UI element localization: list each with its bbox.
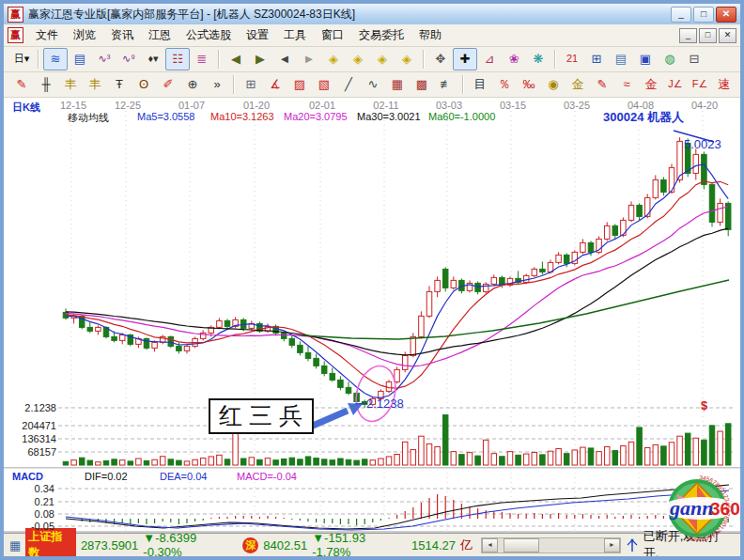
ying-tool-icon[interactable]: 赢 xyxy=(736,73,744,96)
price-count-icon[interactable]: 目 xyxy=(468,73,492,96)
menu-资讯[interactable]: 资讯 xyxy=(103,25,141,45)
calculator-icon[interactable]: ⊞ xyxy=(584,48,609,70)
permille-lines-icon[interactable]: ‰ xyxy=(517,73,541,96)
web-icon[interactable]: ◍ xyxy=(658,48,682,70)
minimize-button[interactable]: _ xyxy=(671,7,691,23)
rainbow-lines-icon[interactable]: ≣ xyxy=(190,48,214,70)
kline-chart-canvas[interactable] xyxy=(4,98,740,533)
calendar-icon[interactable]: 21 xyxy=(560,48,584,70)
cycle-circle-icon[interactable]: ⊕ xyxy=(180,73,205,96)
price-axis-2_1238: 2.1238 xyxy=(13,402,56,413)
notepad-icon[interactable]: ▤ xyxy=(609,48,633,70)
macd-tick-021: 0.21 xyxy=(15,496,54,507)
date-tick-12-25: 12-25 xyxy=(109,100,147,111)
menu-帮助[interactable]: 帮助 xyxy=(411,25,449,45)
dense-grid-icon[interactable]: ▦ xyxy=(385,73,410,96)
panel-label: 日K线 xyxy=(12,101,40,115)
prev-bar-icon[interactable]: ◄ xyxy=(272,48,297,70)
measure-pen-icon[interactable]: ✎ xyxy=(590,73,614,96)
f10-info-icon[interactable]: ▤ xyxy=(68,48,92,70)
save-icon[interactable]: ▣ xyxy=(633,48,658,70)
zigzag-icon[interactable]: ∿ xyxy=(361,73,385,96)
f-angle-icon[interactable]: F∠ xyxy=(688,73,712,96)
smart-analysis-icon[interactable]: ❋ xyxy=(526,48,550,70)
gann-shapes-icon[interactable]: ❀ xyxy=(502,48,526,70)
chart-area[interactable]: 日K线 12-1512-2501-0701-2002-0102-1103-030… xyxy=(4,98,740,533)
toolbar-separator xyxy=(233,75,235,94)
amount-unit: 亿 xyxy=(460,537,473,553)
wave-measure-icon[interactable]: ≈ xyxy=(614,73,639,96)
shrink-bars-icon[interactable]: ◈ xyxy=(370,48,395,70)
trend-line-icon[interactable]: ╱ xyxy=(336,73,361,96)
wave-9-icon[interactable]: ∿⁹ xyxy=(116,48,141,70)
macd-tick-neg005: -0.05 xyxy=(15,521,54,532)
scroll-left-button[interactable]: ◂ xyxy=(482,538,498,552)
chip-distribution-icon[interactable]: ☷ xyxy=(165,48,190,70)
calendar-status-icon[interactable]: ▦ xyxy=(9,538,21,552)
logo-gann-text: gann xyxy=(669,496,713,520)
pan-hand-icon[interactable]: ✥ xyxy=(428,48,453,70)
scroll-right-button[interactable]: ▸ xyxy=(604,538,620,552)
menu-文件[interactable]: 文件 xyxy=(28,25,66,45)
fibonacci-grid-icon[interactable]: Ŧ xyxy=(107,73,132,96)
angle-measure-icon[interactable]: ⊿ xyxy=(477,48,502,70)
wave-3-icon[interactable]: ∿³ xyxy=(92,48,116,70)
mdi-restore-button[interactable]: □ xyxy=(699,28,717,43)
close-button[interactable]: ✕ xyxy=(716,7,736,23)
gold-circle-icon[interactable]: ◉ xyxy=(541,73,566,96)
gold-angle-icon[interactable]: 金 xyxy=(639,73,663,96)
peak-price-label: 5.0023 xyxy=(684,137,721,151)
j-angle-icon[interactable]: J∠ xyxy=(663,73,688,96)
next-bar-icon[interactable]: ► xyxy=(297,48,321,70)
shaded-box-icon[interactable]: ▨ xyxy=(287,73,312,96)
zoom-out-icon[interactable]: ◈ xyxy=(321,48,346,70)
more-tools-chevron[interactable]: » xyxy=(205,73,229,96)
menu-设置[interactable]: 设置 xyxy=(239,25,276,45)
marker-pen-icon[interactable]: ✐ xyxy=(156,73,180,96)
draw-pen-icon[interactable]: ✎ xyxy=(9,73,34,96)
crosshair-icon[interactable]: ✚ xyxy=(453,48,477,70)
menu-bar: 赢 文件浏览资讯江恩公式选股设置工具窗口交易委托帮助 _ □ ✕ xyxy=(4,24,740,47)
first-page-icon[interactable]: ◀ xyxy=(224,48,248,70)
gann-grid-icon[interactable]: ╫ xyxy=(34,73,58,96)
scroll-thumb[interactable] xyxy=(504,538,539,552)
box-resize-icon[interactable]: ⊞ xyxy=(239,73,263,96)
market-view-icon[interactable]: ≋ xyxy=(43,48,68,70)
menu-公式选股[interactable]: 公式选股 xyxy=(178,25,239,45)
menu-江恩[interactable]: 江恩 xyxy=(141,25,178,45)
red-three-soldiers-annotation[interactable]: 红三兵 xyxy=(209,398,314,434)
date-tick-03-25: 03-25 xyxy=(558,100,596,111)
shaded-box2-icon[interactable]: ▧ xyxy=(312,73,336,96)
menu-工具[interactable]: 工具 xyxy=(276,25,314,45)
status-scrollbar[interactable]: ◂ ▸ xyxy=(481,537,621,553)
mdi-minimize-button[interactable]: _ xyxy=(679,28,697,43)
menu-窗口[interactable]: 窗口 xyxy=(314,25,351,45)
expand-bars-icon[interactable]: ◈ xyxy=(395,48,419,70)
title-bar[interactable]: 赢 赢家江恩专业版[赢家内部服务平台] - [机器人 SZ300024-83日K… xyxy=(4,4,740,24)
candle-type-dropdown[interactable]: ♦▾ xyxy=(141,48,165,70)
app-window: 赢 赢家江恩专业版[赢家内部服务平台] - [机器人 SZ300024-83日K… xyxy=(0,0,744,560)
gold-level-icon[interactable]: 金 xyxy=(566,73,590,96)
speed-line-icon[interactable]: 速 xyxy=(712,73,736,96)
last-page-icon[interactable]: ▶ xyxy=(248,48,272,70)
printer-icon[interactable]: ⊟ xyxy=(682,48,706,70)
shenzhen-badge[interactable]: 深 xyxy=(242,537,258,553)
period-day-dropdown[interactable]: 日▾ xyxy=(9,48,34,70)
mdi-close-button[interactable]: ✕ xyxy=(719,28,736,43)
maximize-button[interactable]: □ xyxy=(693,7,714,23)
parallel-lines-icon[interactable]: ≢ xyxy=(434,73,458,96)
date-tick-03-15: 03-15 xyxy=(494,100,532,111)
menu-浏览[interactable]: 浏览 xyxy=(66,25,103,45)
dense-grid2-icon[interactable]: ▩ xyxy=(410,73,434,96)
index-badge[interactable]: 上证指数 xyxy=(25,528,76,560)
menu-交易委托[interactable]: 交易委托 xyxy=(351,25,411,45)
gold-grid-icon[interactable]: 丰 xyxy=(58,73,83,96)
gold-grid2-icon[interactable]: 丰 xyxy=(83,73,107,96)
app-logo-icon: 赢 xyxy=(8,7,23,23)
percent-lines-icon[interactable]: ％ xyxy=(492,73,517,96)
ma10-value: Ma10=3.1263 xyxy=(210,111,274,122)
fan-lines-icon[interactable]: ∡ xyxy=(263,73,287,96)
zoom-in-icon[interactable]: ◈ xyxy=(346,48,370,70)
shenzhen-value: 8402.51 xyxy=(263,538,307,552)
spiral-icon[interactable]: ʘ xyxy=(132,73,156,96)
